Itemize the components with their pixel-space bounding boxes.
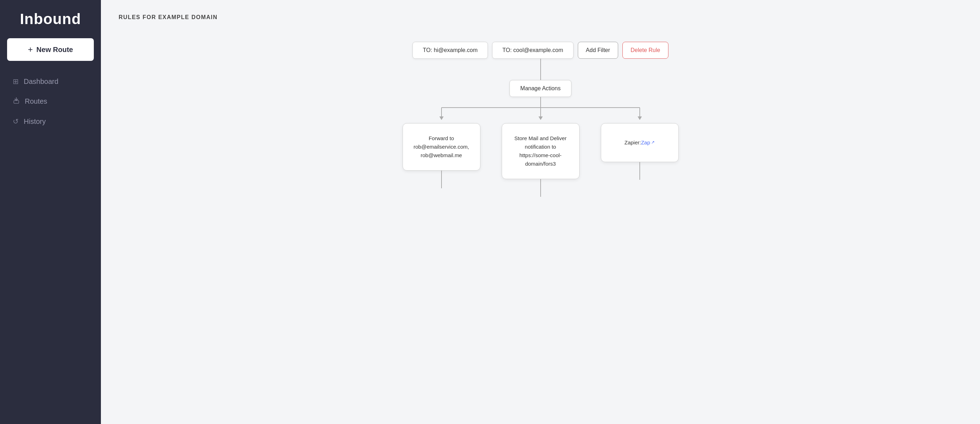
svg-marker-6 [538,116,543,120]
action-cards-row: Forward to rob@emailservice.com, rob@web… [402,123,679,197]
add-filter-button[interactable]: Add Filter [578,42,618,59]
dashboard-icon: ⊞ [13,77,19,86]
sidebar-item-history-label: History [24,118,46,125]
history-icon: ↺ [13,117,19,125]
sidebar-item-routes[interactable]: Routes [3,91,98,111]
sidebar: Inbound + New Route ⊞ Dashboard Routes ↺… [0,0,101,424]
action-card-3-prefix: Zapier: [625,138,641,147]
manage-actions-box[interactable]: Manage Actions [509,80,572,97]
svg-marker-8 [638,116,642,120]
filter-pill-2: TO: cool@example.com [492,42,574,59]
action-card-1-text: Forward to rob@emailservice.com, rob@web… [411,134,472,160]
tail-line-2 [540,179,541,197]
action-card-2-text: Store Mail and Deliver notification to h… [511,134,571,168]
filter-row: TO: hi@example.com TO: cool@example.com … [412,42,668,59]
action-col-1: Forward to rob@emailservice.com, rob@web… [402,123,480,197]
branch-connector [402,97,679,123]
sidebar-item-dashboard-label: Dashboard [24,78,59,86]
connector-line-1 [540,59,541,80]
new-route-button[interactable]: + New Route [7,38,94,61]
zapier-link[interactable]: Zap↗ [641,138,655,147]
app-title: Inbound [0,0,101,38]
sidebar-item-dashboard[interactable]: ⊞ Dashboard [3,71,98,91]
action-col-3: Zapier: Zap↗ [601,123,679,197]
sidebar-item-routes-label: Routes [25,97,47,105]
delete-rule-button[interactable]: Delete Rule [622,42,668,59]
tail-line-1 [441,171,442,188]
new-route-label: New Route [37,46,73,54]
action-card-3: Zapier: Zap↗ [601,123,679,162]
routes-icon [13,97,20,106]
action-card-1: Forward to rob@emailservice.com, rob@web… [402,123,480,171]
flow-diagram: TO: hi@example.com TO: cool@example.com … [119,35,962,204]
external-link-icon: ↗ [651,139,655,146]
tail-line-3 [640,162,640,180]
main-content: RULES FOR EXAMPLE DOMAIN TO: hi@example.… [101,0,980,424]
zapier-link-label: Zap [641,138,650,147]
plus-icon: + [28,44,33,54]
action-col-2: Store Mail and Deliver notification to h… [502,123,579,197]
page-heading: RULES FOR EXAMPLE DOMAIN [119,14,962,21]
svg-marker-4 [439,116,444,120]
action-card-2: Store Mail and Deliver notification to h… [502,123,579,179]
filter-pill-1: TO: hi@example.com [412,42,488,59]
sidebar-item-history[interactable]: ↺ History [3,111,98,131]
